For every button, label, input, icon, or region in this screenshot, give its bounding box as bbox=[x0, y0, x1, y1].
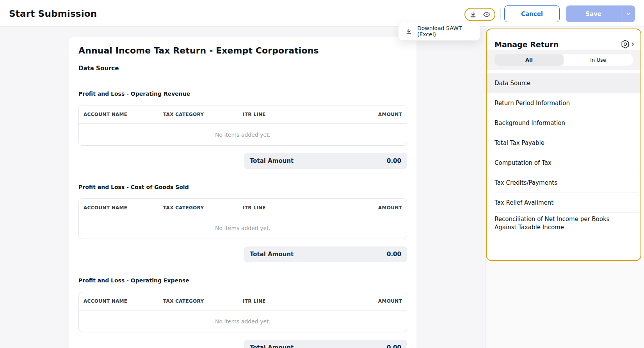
download-menu: Download SAWT (Excel) bbox=[398, 22, 480, 41]
form-sections: Profit and Loss - Operating Revenue ACCO… bbox=[78, 90, 407, 348]
section-item-background-information[interactable]: Background Information bbox=[487, 113, 640, 133]
line-items-table: ACCOUNT NAMETAX CATEGORYITR LINEAMOUNT N… bbox=[78, 198, 407, 239]
menu-item-label: Download SAWT (Excel) bbox=[417, 25, 473, 37]
column-header-tax-category: TAX CATEGORY bbox=[163, 205, 243, 211]
column-header-itr-line: ITR LINE bbox=[243, 205, 322, 211]
filter-tabs-band: AllIn Use bbox=[487, 50, 640, 70]
table-empty-state: No items added yet. bbox=[79, 310, 407, 332]
cancel-button[interactable]: Cancel bbox=[504, 5, 560, 22]
manage-return-title: Manage Return bbox=[495, 40, 559, 49]
save-dropdown-button[interactable] bbox=[621, 5, 635, 22]
total-amount-value: 0.00 bbox=[387, 344, 401, 348]
tab-all[interactable]: All bbox=[495, 54, 564, 66]
toolbar-divider bbox=[500, 9, 501, 19]
download-button[interactable] bbox=[466, 9, 480, 20]
form-section: Profit and Loss - Operating Expense ACCO… bbox=[78, 277, 407, 348]
total-amount-label: Total Amount bbox=[250, 157, 294, 164]
export-actions-group bbox=[464, 8, 495, 21]
column-header-tax-category: TAX CATEGORY bbox=[163, 112, 243, 117]
total-amount-value: 0.00 bbox=[387, 251, 401, 258]
column-header-account-name: ACCOUNT NAME bbox=[84, 112, 163, 117]
section-item-total-tax-payable[interactable]: Total Tax Payable bbox=[487, 133, 640, 153]
total-amount-row: Total Amount 0.00 bbox=[244, 153, 407, 169]
total-amount-label: Total Amount bbox=[250, 251, 294, 258]
column-header-itr-line: ITR LINE bbox=[243, 298, 322, 304]
total-amount-label: Total Amount bbox=[250, 344, 294, 348]
save-button[interactable]: Save bbox=[566, 5, 621, 22]
total-amount-row: Total Amount 0.00 bbox=[244, 246, 407, 262]
gear-icon bbox=[620, 39, 630, 49]
menu-item-download-sawt[interactable]: Download SAWT (Excel) bbox=[398, 22, 480, 40]
filter-tabs: AllIn Use bbox=[495, 54, 633, 66]
preview-button[interactable] bbox=[480, 9, 493, 20]
column-header-tax-category: TAX CATEGORY bbox=[163, 298, 243, 304]
table-header-row: ACCOUNT NAMETAX CATEGORYITR LINEAMOUNT bbox=[79, 199, 407, 217]
download-icon bbox=[406, 28, 412, 35]
eye-icon bbox=[483, 11, 491, 18]
chevron-down-icon bbox=[626, 11, 631, 17]
page-title: Start Submission bbox=[9, 9, 97, 19]
table-header-row: ACCOUNT NAMETAX CATEGORYITR LINEAMOUNT bbox=[79, 292, 407, 310]
total-amount-row: Total Amount 0.00 bbox=[244, 340, 407, 348]
manage-return-panel: Manage Return AllIn Use Data SourceRetur… bbox=[486, 29, 641, 261]
column-header-account-name: ACCOUNT NAME bbox=[84, 205, 163, 211]
column-header-account-name: ACCOUNT NAME bbox=[84, 298, 163, 304]
column-header-amount: AMOUNT bbox=[322, 298, 402, 304]
section-item-tax-relief-availment[interactable]: Tax Relief Availment bbox=[487, 193, 640, 213]
save-split-button: Save bbox=[566, 5, 635, 22]
column-header-amount: AMOUNT bbox=[322, 112, 402, 117]
download-icon bbox=[470, 11, 477, 18]
line-items-table: ACCOUNT NAMETAX CATEGORYITR LINEAMOUNT N… bbox=[78, 292, 407, 332]
section-item-reconciliation-of-net-income-per-books-a[interactable]: Reconciliation of Net Income per Books A… bbox=[487, 213, 640, 234]
table-header-row: ACCOUNT NAMETAX CATEGORYITR LINEAMOUNT bbox=[79, 105, 407, 123]
return-section-list: Data SourceReturn Period InformationBack… bbox=[487, 73, 640, 234]
form-subtitle: Data Source bbox=[78, 65, 407, 72]
section-item-data-source[interactable]: Data Source bbox=[487, 73, 640, 93]
top-bar: Start Submission Cancel Save bbox=[0, 0, 644, 27]
return-form-card: Annual Income Tax Return - Exempt Corpor… bbox=[69, 37, 416, 348]
form-title: Annual Income Tax Return - Exempt Corpor… bbox=[78, 45, 407, 57]
manage-return-header: Manage Return bbox=[487, 29, 640, 49]
section-label: Profit and Loss - Operating Revenue bbox=[78, 90, 407, 97]
section-item-computation-of-tax[interactable]: Computation of Tax bbox=[487, 153, 640, 173]
section-item-return-period-information[interactable]: Return Period Information bbox=[487, 93, 640, 113]
total-amount-value: 0.00 bbox=[387, 157, 401, 164]
right-sidebar: Manage Return AllIn Use Data SourceRetur… bbox=[485, 27, 644, 348]
line-items-table: ACCOUNT NAMETAX CATEGORYITR LINEAMOUNT N… bbox=[78, 105, 407, 146]
form-section: Profit and Loss - Operating Revenue ACCO… bbox=[78, 90, 407, 169]
section-label: Profit and Loss - Cost of Goods Sold bbox=[78, 184, 407, 191]
column-header-amount: AMOUNT bbox=[322, 205, 402, 211]
table-empty-state: No items added yet. bbox=[79, 217, 407, 239]
form-section: Profit and Loss - Cost of Goods Sold ACC… bbox=[78, 184, 407, 262]
table-empty-state: No items added yet. bbox=[79, 123, 407, 145]
column-header-itr-line: ITR LINE bbox=[243, 112, 322, 117]
return-settings-button[interactable] bbox=[620, 39, 635, 49]
tab-in-use[interactable]: In Use bbox=[564, 54, 633, 66]
chevron-right-icon bbox=[631, 41, 635, 47]
section-label: Profit and Loss - Operating Expense bbox=[78, 277, 407, 284]
section-item-tax-credits-payments[interactable]: Tax Credits/Payments bbox=[487, 173, 640, 193]
